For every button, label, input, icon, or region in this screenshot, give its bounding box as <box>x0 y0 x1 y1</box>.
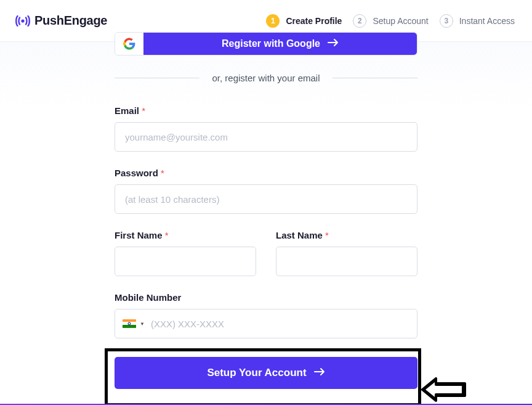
mobile-field-group: Mobile Number ▼ <box>115 292 417 338</box>
step-create-profile: 1 Create Profile <box>266 14 342 28</box>
step-label: Instant Access <box>459 16 515 26</box>
email-label: Email * <box>115 105 417 116</box>
required-mark: * <box>142 105 145 116</box>
svg-point-0 <box>21 19 24 22</box>
google-button-text: Register with Google <box>222 38 320 49</box>
first-name-label: First Name * <box>115 230 256 240</box>
first-name-input[interactable] <box>115 247 256 276</box>
arrow-right-icon <box>314 367 325 379</box>
password-label: Password * <box>115 168 417 178</box>
pointer-arrow-annotation <box>419 377 468 404</box>
email-input[interactable] <box>115 122 417 152</box>
label-text: Password <box>115 168 158 178</box>
step-instant-access: 3 Instant Access <box>440 14 515 28</box>
step-setup-account: 2 Setup Account <box>353 14 428 28</box>
setup-account-button[interactable]: Setup Your Account <box>115 357 417 389</box>
mobile-input-wrap: ▼ <box>115 309 417 338</box>
label-text: First Name <box>115 230 163 240</box>
mobile-input[interactable] <box>145 319 411 329</box>
last-name-input[interactable] <box>276 247 417 276</box>
step-number: 3 <box>440 14 453 28</box>
step-label: Setup Account <box>373 16 428 26</box>
google-button-label: Register with Google <box>143 33 417 55</box>
email-field-group: Email * <box>115 105 417 152</box>
first-name-field-group: First Name * <box>115 230 256 276</box>
submit-area: Setup Your Account <box>115 357 417 389</box>
brand-logo: PushEngage <box>15 14 107 28</box>
progress-steps: 1 Create Profile 2 Setup Account 3 Insta… <box>266 14 515 28</box>
register-with-google-button[interactable]: Register with Google <box>115 32 417 55</box>
last-name-label: Last Name * <box>276 230 417 240</box>
main-content: Register with Google or, register with y… <box>0 42 532 387</box>
label-text: Mobile Number <box>115 292 181 303</box>
submit-label: Setup Your Account <box>207 367 306 379</box>
india-flag-icon <box>123 319 136 329</box>
step-label: Create Profile <box>286 16 342 26</box>
password-input[interactable] <box>115 184 417 214</box>
required-mark: * <box>161 168 164 178</box>
password-field-group: Password * <box>115 168 417 214</box>
mobile-label: Mobile Number <box>115 292 417 303</box>
step-number: 1 <box>266 14 280 28</box>
last-name-field-group: Last Name * <box>276 230 417 276</box>
divider: or, register with your email <box>115 73 417 83</box>
country-selector[interactable]: ▼ <box>123 319 145 329</box>
registration-form: Register with Google or, register with y… <box>115 32 417 377</box>
label-text: Last Name <box>276 230 323 240</box>
required-mark: * <box>325 230 329 240</box>
chevron-down-icon: ▼ <box>140 321 145 327</box>
google-icon <box>115 33 143 55</box>
name-row: First Name * Last Name * <box>115 230 417 276</box>
signal-icon <box>15 14 31 28</box>
divider-line <box>115 78 200 78</box>
arrow-right-icon <box>328 38 339 49</box>
label-text: Email <box>115 105 139 116</box>
required-mark: * <box>165 230 169 240</box>
step-number: 2 <box>353 14 366 28</box>
divider-line <box>332 78 417 78</box>
brand-name: PushEngage <box>34 14 107 28</box>
divider-text: or, register with your email <box>212 73 320 83</box>
